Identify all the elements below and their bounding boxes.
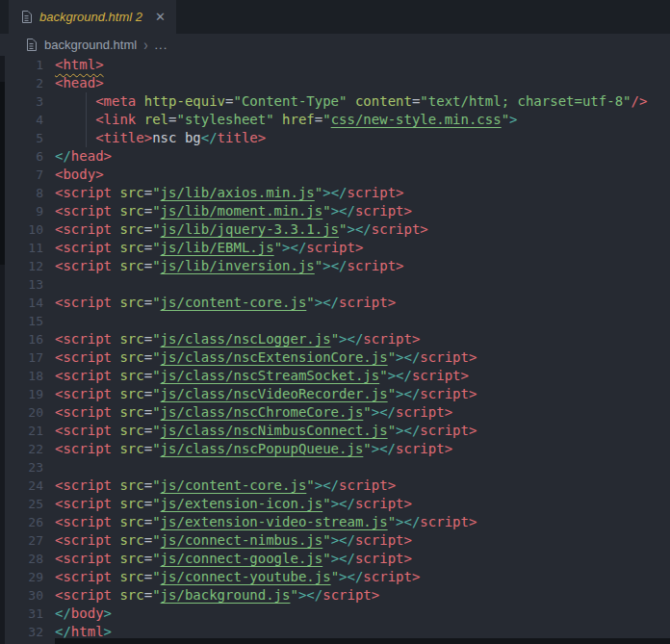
code-token: <script: [55, 386, 112, 401]
code-line[interactable]: 31</body>: [0, 605, 670, 623]
code-token: js/lib/EBML.js: [161, 240, 274, 255]
code-token: js/class/nscExtensionCore.js: [161, 349, 388, 365]
code-token: =: [144, 221, 152, 237]
code-line[interactable]: 1<html>: [0, 56, 670, 74]
code-line[interactable]: 3 <meta http-equiv="Content-Type" conten…: [0, 92, 670, 111]
code-token: ></: [339, 331, 363, 347]
code-token: src: [112, 496, 144, 511]
code-token: =: [144, 587, 152, 603]
code-token: <script: [55, 368, 112, 383]
code-line[interactable]: 6</head>: [0, 147, 670, 166]
code-line[interactable]: 13: [0, 275, 670, 294]
code-line[interactable]: 28<script src="js/connect-google.js"></s…: [0, 550, 670, 568]
breadcrumb-file[interactable]: background.html: [44, 38, 137, 52]
code-token: =: [144, 386, 152, 401]
code-line[interactable]: 21<script src="js/class/nscNimbusConnect…: [0, 422, 670, 440]
code-line-content: <script src="js/lib/moment.min.js"></scr…: [55, 202, 412, 220]
code-token: =: [144, 423, 152, 438]
code-token: js/class/nscChromeCore.js: [161, 404, 364, 420]
code-token: src: [112, 514, 144, 529]
code-line[interactable]: 17<script src="js/class/nscExtensionCore…: [0, 348, 670, 367]
code-token: script>: [420, 514, 477, 529]
code-line[interactable]: 25<script src="js/extension-icon.js"></s…: [0, 495, 670, 513]
left-edge-scrollbar-thumb[interactable]: [0, 82, 5, 265]
code-token: ": [322, 203, 330, 219]
close-icon[interactable]: ✕: [155, 11, 166, 23]
code-line-content: <script src="js/lib/jquery-3.3.1.js"></s…: [55, 220, 428, 239]
line-number: 31: [0, 605, 43, 623]
code-line-content: <html>: [55, 56, 104, 74]
line-number: 17: [0, 348, 43, 367]
code-line-content: <script src="js/connect-youtube.js"></sc…: [55, 568, 420, 586]
code-token: script>: [355, 203, 412, 219]
code-token: <script: [55, 423, 112, 438]
code-token: script>: [363, 331, 420, 347]
code-line[interactable]: 20<script src="js/class/nscChromeCore.js…: [0, 403, 670, 422]
code-token: </: [55, 148, 71, 164]
code-token: ": [152, 185, 160, 200]
code-line[interactable]: 23: [0, 458, 670, 477]
line-number: 27: [0, 531, 43, 550]
code-token: title>: [218, 130, 267, 145]
code-line[interactable]: 9<script src="js/lib/moment.min.js"></sc…: [0, 202, 670, 220]
code-line[interactable]: 15: [0, 312, 670, 330]
code-token: <script: [55, 569, 112, 584]
code-line[interactable]: 26<script src="js/extension-video-stream…: [0, 513, 670, 531]
code-line[interactable]: 24<script src="js/content-core.js"></scr…: [0, 477, 670, 495]
code-line[interactable]: 27<script src="js/connect-nimbus.js"></s…: [0, 531, 670, 550]
code-line[interactable]: 16<script src="js/class/nscLogger.js"></…: [0, 330, 670, 348]
code-token: =: [144, 441, 152, 456]
code-token: ": [152, 532, 160, 548]
code-token: ": [152, 514, 160, 529]
code-line[interactable]: 18<script src="js/class/nscStreamSocket.…: [0, 367, 670, 385]
code-token: script>: [322, 587, 379, 603]
code-line-content: <script src="js/extension-icon.js"></scr…: [55, 495, 412, 513]
code-token: ": [152, 221, 160, 237]
code-token: >: [509, 112, 517, 127]
code-token: ": [152, 240, 160, 255]
breadcrumb[interactable]: background.html › ...: [0, 34, 670, 56]
line-number: 25: [0, 495, 43, 513]
code-token: src: [112, 587, 144, 603]
code-token: script>: [412, 368, 469, 383]
code-line[interactable]: 12<script src="js/lib/inversion.js"></sc…: [0, 257, 670, 275]
code-token: =: [144, 551, 152, 566]
code-line[interactable]: 29<script src="js/connect-youtube.js"></…: [0, 568, 670, 586]
code-token: "stylesheet": [176, 112, 273, 127]
code-area[interactable]: 1<html>2<head>3 <meta http-equiv="Conten…: [0, 56, 670, 641]
breadcrumb-more[interactable]: ...: [154, 38, 168, 52]
code-token: ": [274, 240, 282, 255]
tab-background-html[interactable]: background.html 2 ✕: [9, 0, 176, 34]
code-line[interactable]: 8<script src="js/lib/axios.min.js"></scr…: [0, 184, 670, 202]
code-line[interactable]: 19<script src="js/class/nscVideoRecorder…: [0, 385, 670, 403]
line-number: 32: [0, 623, 43, 641]
code-token: =: [315, 112, 322, 127]
code-token: head>: [71, 148, 112, 164]
code-line[interactable]: 10<script src="js/lib/jquery-3.3.1.js"><…: [0, 220, 670, 239]
line-number: 3: [0, 92, 43, 111]
code-line[interactable]: 30<script src="js/background.js"></scrip…: [0, 586, 670, 605]
code-line[interactable]: 14<script src="js/content-core.js"></scr…: [0, 294, 670, 312]
code-line[interactable]: 5 <title>nsc bg</title>: [0, 129, 670, 147]
code-editor[interactable]: 1<html>2<head>3 <meta http-equiv="Conten…: [0, 56, 670, 641]
code-line[interactable]: 4 <link rel="stylesheet" href="css/new-s…: [0, 111, 670, 129]
code-line[interactable]: 11<script src="js/lib/EBML.js"></script>: [0, 239, 670, 257]
code-token: ></: [396, 423, 420, 438]
vscode-window: background.html 2 ✕ background.html › ..…: [0, 0, 670, 644]
line-number: 8: [0, 184, 43, 202]
code-token: ": [502, 112, 509, 127]
code-token: <script: [55, 514, 112, 529]
code-token: ": [152, 423, 160, 438]
code-token: js/class/nscStreamSocket.js: [161, 368, 380, 383]
code-line[interactable]: 2<head>: [0, 74, 670, 92]
code-line[interactable]: 7<body>: [0, 166, 670, 184]
code-token: ": [152, 386, 160, 401]
line-number: 4: [0, 111, 43, 129]
file-icon: [25, 38, 38, 52]
code-token: <script: [55, 551, 112, 566]
code-line[interactable]: 22<script src="js/class/nscPopupQueue.js…: [0, 440, 670, 458]
code-token: ></: [322, 258, 347, 273]
line-number: 23: [0, 458, 43, 477]
tab-bar: background.html 2 ✕: [0, 0, 670, 34]
code-token: =: [144, 514, 152, 529]
